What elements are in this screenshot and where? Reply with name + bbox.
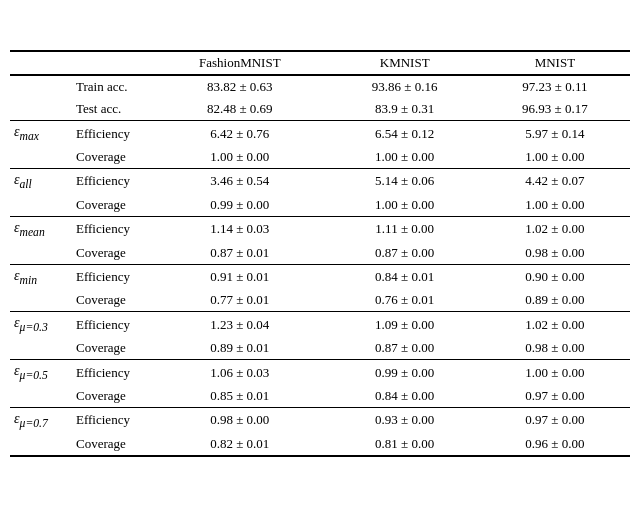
table-row: εμ=0.7Efficiency0.98 ± 0.000.93 ± 0.000.…	[10, 407, 630, 432]
data-cell: 0.98 ± 0.00	[480, 337, 630, 360]
data-cell: 0.77 ± 0.01	[150, 289, 330, 312]
data-cell: 0.90 ± 0.00	[480, 264, 630, 289]
metric-label: Coverage	[70, 146, 150, 169]
table-row: εμ=0.3Efficiency1.23 ± 0.041.09 ± 0.001.…	[10, 312, 630, 337]
table-row: Coverage0.87 ± 0.010.87 ± 0.000.98 ± 0.0…	[10, 242, 630, 265]
data-cell: 83.9 ± 0.31	[330, 98, 480, 121]
data-cell: 1.00 ± 0.00	[480, 146, 630, 169]
section-label: εμ=0.3	[10, 312, 70, 337]
data-cell: 1.00 ± 0.00	[480, 360, 630, 385]
col-header-mnist: MNIST	[480, 51, 630, 75]
metric-label: Coverage	[70, 337, 150, 360]
data-cell: 5.14 ± 0.06	[330, 169, 480, 194]
section-label: εmax	[10, 121, 70, 146]
table-row: εminEfficiency0.91 ± 0.010.84 ± 0.010.90…	[10, 264, 630, 289]
metric-label: Efficiency	[70, 169, 150, 194]
table-row: Train acc.83.82 ± 0.6393.86 ± 0.1697.23 …	[10, 75, 630, 98]
data-cell: 97.23 ± 0.11	[480, 75, 630, 98]
table-row: εallEfficiency3.46 ± 0.545.14 ± 0.064.42…	[10, 169, 630, 194]
data-cell: 0.97 ± 0.00	[480, 385, 630, 408]
table-row: Coverage1.00 ± 0.001.00 ± 0.001.00 ± 0.0…	[10, 146, 630, 169]
data-cell: 1.23 ± 0.04	[150, 312, 330, 337]
data-cell: 82.48 ± 0.69	[150, 98, 330, 121]
metric-label: Train acc.	[70, 75, 150, 98]
data-cell: 0.96 ± 0.00	[480, 433, 630, 456]
data-cell: 0.87 ± 0.00	[330, 337, 480, 360]
data-cell: 0.82 ± 0.01	[150, 433, 330, 456]
data-cell: 0.99 ± 0.00	[330, 360, 480, 385]
table-row: Coverage0.99 ± 0.001.00 ± 0.001.00 ± 0.0…	[10, 194, 630, 217]
data-cell: 0.81 ± 0.00	[330, 433, 480, 456]
table-row: Coverage0.77 ± 0.010.76 ± 0.010.89 ± 0.0…	[10, 289, 630, 312]
data-cell: 0.97 ± 0.00	[480, 407, 630, 432]
data-cell: 1.09 ± 0.00	[330, 312, 480, 337]
col-header-kmnist: KMNIST	[330, 51, 480, 75]
data-cell: 1.02 ± 0.00	[480, 312, 630, 337]
table-row: Coverage0.85 ± 0.010.84 ± 0.000.97 ± 0.0…	[10, 385, 630, 408]
metric-label: Efficiency	[70, 360, 150, 385]
section-label: εμ=0.5	[10, 360, 70, 385]
metric-label: Coverage	[70, 385, 150, 408]
metric-label: Efficiency	[70, 264, 150, 289]
col-header-empty2	[70, 51, 150, 75]
data-cell: 93.86 ± 0.16	[330, 75, 480, 98]
metric-label: Efficiency	[70, 312, 150, 337]
data-cell: 6.54 ± 0.12	[330, 121, 480, 146]
data-cell: 96.93 ± 0.17	[480, 98, 630, 121]
metric-label: Coverage	[70, 242, 150, 265]
table-row: εmeanEfficiency1.14 ± 0.031.11 ± 0.001.0…	[10, 216, 630, 241]
results-table: FashionMNIST KMNIST MNIST Train acc.83.8…	[10, 50, 630, 457]
data-cell: 0.85 ± 0.01	[150, 385, 330, 408]
col-header-fashionmnist: FashionMNIST	[150, 51, 330, 75]
metric-label: Coverage	[70, 289, 150, 312]
metric-label: Test acc.	[70, 98, 150, 121]
table-row: Test acc.82.48 ± 0.6983.9 ± 0.3196.93 ± …	[10, 98, 630, 121]
table-row: Coverage0.82 ± 0.010.81 ± 0.000.96 ± 0.0…	[10, 433, 630, 456]
data-cell: 0.91 ± 0.01	[150, 264, 330, 289]
data-cell: 6.42 ± 0.76	[150, 121, 330, 146]
data-cell: 0.98 ± 0.00	[150, 407, 330, 432]
section-label	[10, 75, 70, 98]
section-label	[10, 242, 70, 265]
table-row: Coverage0.89 ± 0.010.87 ± 0.000.98 ± 0.0…	[10, 337, 630, 360]
data-cell: 1.11 ± 0.00	[330, 216, 480, 241]
data-cell: 0.89 ± 0.01	[150, 337, 330, 360]
data-cell: 3.46 ± 0.54	[150, 169, 330, 194]
data-cell: 0.99 ± 0.00	[150, 194, 330, 217]
metric-label: Efficiency	[70, 121, 150, 146]
data-cell: 1.00 ± 0.00	[150, 146, 330, 169]
data-cell: 1.02 ± 0.00	[480, 216, 630, 241]
data-cell: 0.84 ± 0.00	[330, 385, 480, 408]
data-cell: 1.14 ± 0.03	[150, 216, 330, 241]
section-label: εmin	[10, 264, 70, 289]
data-cell: 0.84 ± 0.01	[330, 264, 480, 289]
table-row: εmaxEfficiency6.42 ± 0.766.54 ± 0.125.97…	[10, 121, 630, 146]
section-label: εmean	[10, 216, 70, 241]
section-label	[10, 289, 70, 312]
section-label	[10, 385, 70, 408]
table-container: FashionMNIST KMNIST MNIST Train acc.83.8…	[10, 50, 630, 457]
metric-label: Efficiency	[70, 216, 150, 241]
data-cell: 1.06 ± 0.03	[150, 360, 330, 385]
data-cell: 1.00 ± 0.00	[330, 194, 480, 217]
section-label: εall	[10, 169, 70, 194]
data-cell: 0.87 ± 0.00	[330, 242, 480, 265]
metric-label: Efficiency	[70, 407, 150, 432]
section-label	[10, 194, 70, 217]
section-label	[10, 146, 70, 169]
data-cell: 0.87 ± 0.01	[150, 242, 330, 265]
col-header-empty1	[10, 51, 70, 75]
table-row: εμ=0.5Efficiency1.06 ± 0.030.99 ± 0.001.…	[10, 360, 630, 385]
section-label	[10, 433, 70, 456]
data-cell: 0.98 ± 0.00	[480, 242, 630, 265]
data-cell: 1.00 ± 0.00	[330, 146, 480, 169]
data-cell: 1.00 ± 0.00	[480, 194, 630, 217]
data-cell: 0.93 ± 0.00	[330, 407, 480, 432]
section-label	[10, 98, 70, 121]
section-label: εμ=0.7	[10, 407, 70, 432]
metric-label: Coverage	[70, 433, 150, 456]
section-label	[10, 337, 70, 360]
metric-label: Coverage	[70, 194, 150, 217]
data-cell: 4.42 ± 0.07	[480, 169, 630, 194]
data-cell: 83.82 ± 0.63	[150, 75, 330, 98]
